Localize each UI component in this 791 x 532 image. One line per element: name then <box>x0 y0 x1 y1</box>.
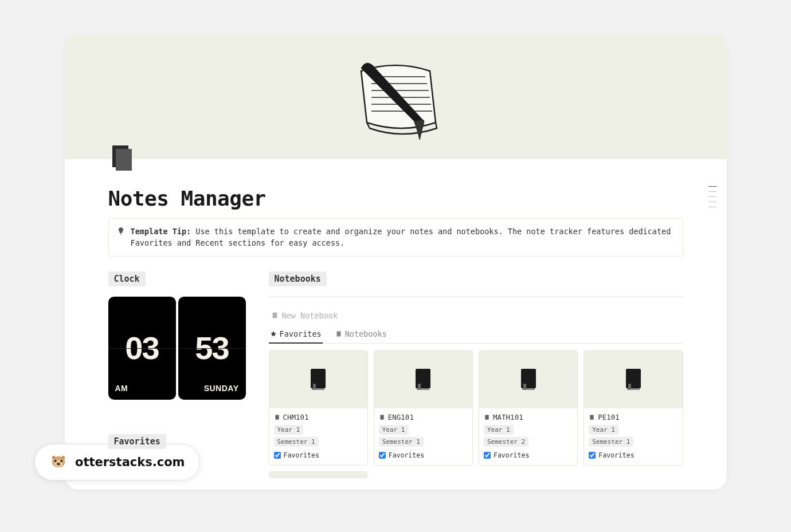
svg-point-33 <box>61 456 65 459</box>
svg-rect-14 <box>275 415 279 419</box>
svg-rect-11 <box>311 369 326 388</box>
notebook-icon <box>414 369 432 391</box>
notebook-card[interactable]: PE101 Year 1 Semester 1 Favorites <box>584 350 683 466</box>
svg-rect-15 <box>416 369 430 388</box>
favorite-checkbox[interactable] <box>589 452 596 459</box>
app-window: Notes Manager Template Tip: Use this tem… <box>65 34 727 490</box>
favorites-section-label: Favorites <box>108 434 166 449</box>
year-tag: Year 1 <box>589 425 618 435</box>
svg-rect-9 <box>272 313 277 318</box>
notebook-card-partial[interactable] <box>269 471 368 478</box>
svg-rect-23 <box>626 369 641 388</box>
notebook-icon <box>520 369 537 391</box>
semester-tag: Semester 2 <box>484 437 528 447</box>
svg-point-29 <box>54 460 57 462</box>
notebook-icon <box>310 369 327 391</box>
notebook-card-grid: CHM101 Year 1 Semester 1 Favorites <box>269 350 683 466</box>
outline-indicator[interactable] <box>708 186 716 207</box>
notebook-icon <box>625 369 642 391</box>
favorite-checkbox[interactable] <box>484 452 491 459</box>
clock-section-label: Clock <box>108 271 146 286</box>
svg-rect-18 <box>380 415 383 419</box>
notebook-card[interactable]: CHM101 Year 1 Semester 1 Favorites <box>269 350 368 466</box>
site-badge[interactable]: otterstacks.com <box>34 444 200 480</box>
year-tag: Year 1 <box>484 425 514 435</box>
semester-tag: Semester 1 <box>274 437 319 447</box>
svg-rect-17 <box>418 384 421 389</box>
svg-point-32 <box>52 456 56 459</box>
svg-rect-10 <box>336 331 340 336</box>
notebook-card[interactable]: ENG101 Year 1 Semester 1 Favorites <box>374 350 473 466</box>
svg-rect-7 <box>116 149 132 171</box>
svg-rect-13 <box>313 384 316 389</box>
notebook-pen-illustration <box>344 48 447 145</box>
tab-favorites[interactable]: Favorites <box>269 326 323 343</box>
clock-ampm: AM <box>115 384 128 393</box>
svg-rect-25 <box>628 384 631 389</box>
tab-notebooks[interactable]: Notebooks <box>334 326 388 343</box>
svg-point-31 <box>57 463 60 466</box>
new-notebook-button[interactable]: New Notebook <box>269 306 683 326</box>
svg-rect-22 <box>485 415 488 419</box>
tip-text: Template Tip: Use this template to creat… <box>131 226 675 249</box>
semester-tag: Semester 1 <box>379 437 424 447</box>
clock-day: SUNDAY <box>204 384 239 393</box>
template-tip-callout: Template Tip: Use this template to creat… <box>108 218 683 257</box>
bookmark-icon <box>108 143 135 171</box>
svg-rect-21 <box>523 384 526 389</box>
year-tag: Year 1 <box>379 425 409 435</box>
notebook-card[interactable]: MATH101 Year 1 Semester 2 Favorites <box>479 350 578 466</box>
lightbulb-icon <box>117 226 125 249</box>
svg-rect-19 <box>521 369 536 388</box>
favorite-checkbox[interactable] <box>274 452 281 459</box>
favorite-checkbox[interactable] <box>379 452 386 459</box>
year-tag: Year 1 <box>274 425 304 435</box>
otter-icon <box>50 452 67 472</box>
page-title: Notes Manager <box>65 159 727 218</box>
hero-banner <box>65 34 727 159</box>
notebook-tabs: Favorites Notebooks <box>269 326 683 344</box>
semester-tag: Semester 1 <box>589 437 633 447</box>
badge-text: otterstacks.com <box>75 455 185 469</box>
notebooks-section-label: Notebooks <box>269 271 327 286</box>
svg-rect-26 <box>590 415 594 419</box>
clock-widget: 03 AM 53 SUNDAY <box>108 297 246 400</box>
svg-point-30 <box>60 460 62 462</box>
